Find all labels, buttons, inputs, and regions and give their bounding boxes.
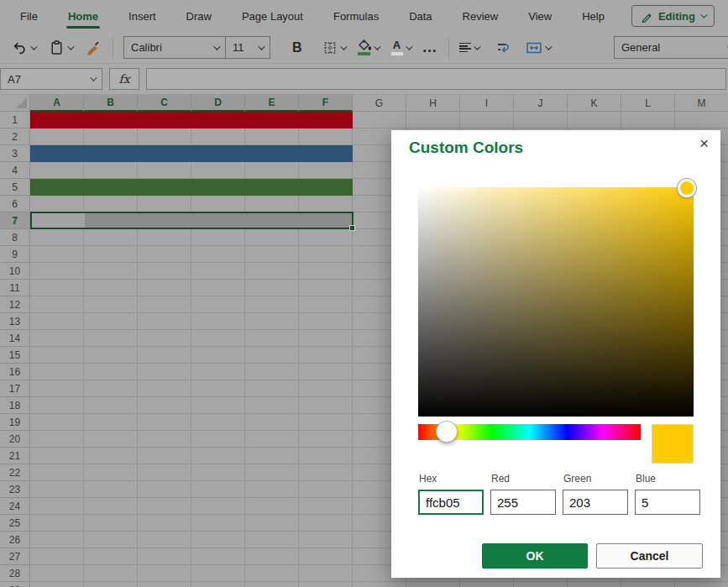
custom-colors-dialog: Custom Colors × HexRedGreenBlue OK Cance… <box>391 130 720 578</box>
chevron-down-icon[interactable] <box>406 43 412 50</box>
row-header-15[interactable]: 15 <box>0 347 30 364</box>
menu-tab-insert[interactable]: Insert <box>113 0 171 32</box>
row-header-16[interactable]: 16 <box>0 364 30 380</box>
menu-tab-help[interactable]: Help <box>567 0 620 32</box>
toolbar-divider <box>448 38 449 58</box>
row-header-28[interactable]: 28 <box>0 565 30 582</box>
row-header-11[interactable]: 11 <box>0 280 30 296</box>
menu-tab-draw[interactable]: Draw <box>171 0 227 32</box>
ok-button[interactable]: OK <box>482 543 588 569</box>
row-header-12[interactable]: 12 <box>0 296 30 313</box>
row-header-10[interactable]: 10 <box>0 263 30 280</box>
chevron-down-icon[interactable] <box>474 43 480 50</box>
row-header-27[interactable]: 27 <box>0 548 30 565</box>
fx-icon: fx <box>118 72 129 86</box>
fill-handle[interactable] <box>349 225 355 231</box>
column-header-k[interactable]: K <box>568 95 621 112</box>
hue-slider[interactable] <box>418 424 641 440</box>
close-icon[interactable]: × <box>699 135 709 151</box>
row-header-14[interactable]: 14 <box>0 330 30 347</box>
column-header-l[interactable]: L <box>621 95 675 112</box>
row-header-3[interactable]: 3 <box>0 145 30 162</box>
chevron-down-icon[interactable] <box>545 43 552 50</box>
wrap-text-button[interactable] <box>495 40 512 55</box>
row-header-21[interactable]: 21 <box>0 448 30 464</box>
row-header-25[interactable]: 25 <box>0 515 30 532</box>
row-header-7[interactable]: 7 <box>0 212 30 229</box>
menu-tab-review[interactable]: Review <box>448 0 514 32</box>
row-header-1[interactable]: 1 <box>0 112 30 128</box>
formula-input[interactable] <box>146 68 726 90</box>
column-header-e[interactable]: E <box>245 95 299 112</box>
wrap-text-icon <box>495 40 512 55</box>
row-header-2[interactable]: 2 <box>0 128 30 145</box>
name-box[interactable]: A7 <box>0 68 102 90</box>
number-format-select[interactable]: General <box>614 36 728 59</box>
chevron-down-icon[interactable] <box>340 43 347 50</box>
font-name-select[interactable]: Calibri <box>123 36 226 59</box>
row-header-9[interactable]: 9 <box>0 246 30 263</box>
column-header-b[interactable]: B <box>84 95 138 112</box>
menu-tab-data[interactable]: Data <box>394 0 447 32</box>
blue-row[interactable] <box>30 145 353 162</box>
menu-tab-file[interactable]: File <box>5 0 53 32</box>
saturation-value-picker[interactable] <box>418 187 694 417</box>
column-header-g[interactable]: G <box>353 95 406 112</box>
column-header-a[interactable]: A <box>30 95 84 112</box>
font-size-select[interactable]: 11 <box>225 36 270 59</box>
row-header-5[interactable]: 5 <box>0 179 30 196</box>
chevron-down-icon <box>90 74 97 81</box>
cancel-button[interactable]: Cancel <box>596 543 703 569</box>
column-header-i[interactable]: I <box>460 95 514 112</box>
row-header-29[interactable]: 29 <box>0 582 30 587</box>
bold-button[interactable]: B <box>292 40 302 55</box>
red-input[interactable] <box>490 490 556 515</box>
row-header-18[interactable]: 18 <box>0 397 30 414</box>
row-header-8[interactable]: 8 <box>0 229 30 246</box>
borders-button[interactable] <box>322 40 345 55</box>
blue-input[interactable] <box>635 490 700 515</box>
hue-slider-handle[interactable] <box>436 421 458 443</box>
fill-color-button[interactable] <box>358 39 379 55</box>
menu-tab-page-layout[interactable]: Page Layout <box>227 0 318 32</box>
menu-tab-home[interactable]: Home <box>53 0 113 32</box>
fx-button[interactable]: fx <box>109 68 139 90</box>
column-header-c[interactable]: C <box>138 95 191 112</box>
column-header-j[interactable]: J <box>514 95 568 112</box>
sv-picker-handle[interactable] <box>678 179 696 197</box>
row-header-6[interactable]: 6 <box>0 196 30 212</box>
menu-tab-view[interactable]: View <box>513 0 567 32</box>
more-options-button[interactable]: … <box>422 39 438 56</box>
merge-cells-button[interactable] <box>526 41 550 55</box>
row-header-24[interactable]: 24 <box>0 498 30 515</box>
red-row[interactable] <box>30 112 353 128</box>
select-all-button[interactable] <box>0 95 30 112</box>
row-header-26[interactable]: 26 <box>0 532 30 548</box>
column-header-h[interactable]: H <box>406 95 460 112</box>
row-header-20[interactable]: 20 <box>0 431 30 448</box>
column-header-f[interactable]: F <box>299 95 353 112</box>
selection-range-A7:F7[interactable] <box>30 212 354 229</box>
menu-tab-formulas[interactable]: Formulas <box>318 0 394 32</box>
row-header-13[interactable]: 13 <box>0 313 30 330</box>
green-input[interactable] <box>563 490 628 515</box>
active-cell-A7[interactable] <box>32 213 85 228</box>
chevron-down-icon[interactable] <box>67 43 74 50</box>
format-painter-button[interactable] <box>86 39 102 56</box>
row-header-4[interactable]: 4 <box>0 162 30 179</box>
chevron-down-icon[interactable] <box>374 43 380 50</box>
editing-mode-button[interactable]: Editing <box>631 5 715 27</box>
paste-button[interactable] <box>49 39 72 55</box>
alignment-button[interactable] <box>459 41 479 54</box>
row-header-23[interactable]: 23 <box>0 481 30 498</box>
chevron-down-icon[interactable] <box>30 43 37 50</box>
column-header-m[interactable]: M <box>675 95 728 112</box>
column-header-d[interactable]: D <box>191 95 245 112</box>
font-color-button[interactable]: A <box>391 39 411 55</box>
row-header-17[interactable]: 17 <box>0 380 30 397</box>
row-header-22[interactable]: 22 <box>0 464 30 481</box>
green-row[interactable] <box>30 179 353 196</box>
undo-button[interactable] <box>12 39 35 55</box>
hex-input[interactable] <box>418 490 484 515</box>
row-header-19[interactable]: 19 <box>0 414 30 431</box>
